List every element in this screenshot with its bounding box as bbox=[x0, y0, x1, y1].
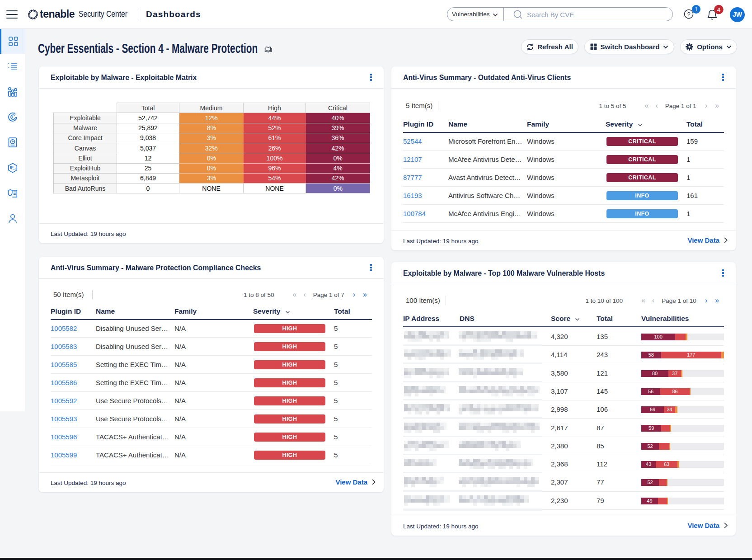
svg-text:?: ? bbox=[687, 11, 690, 18]
svg-text:1: 1 bbox=[695, 6, 698, 13]
svg-text:4: 4 bbox=[717, 6, 721, 13]
